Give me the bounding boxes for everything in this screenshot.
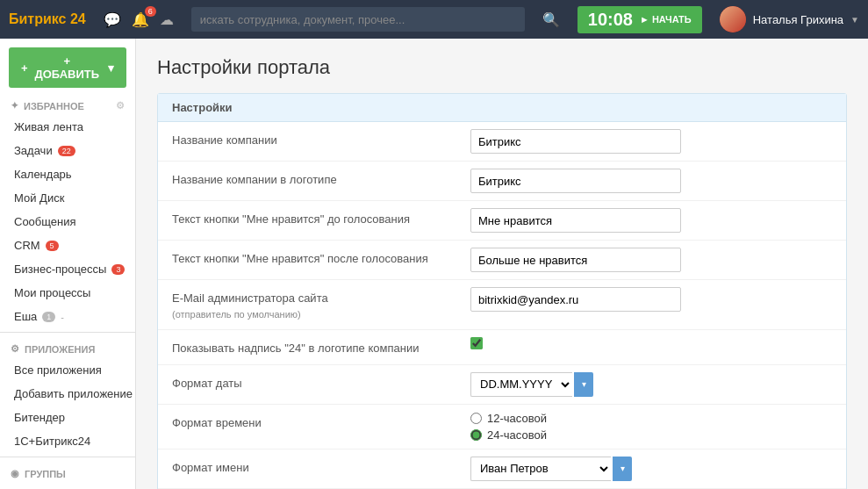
bitender-label: Битендер <box>14 411 65 424</box>
apps-section[interactable]: ⚙ ПРИЛОЖЕНИЯ <box>0 336 135 358</box>
notification-icon[interactable]: 🔔 6 <box>132 11 149 28</box>
clock-display: 10:08 ► НАЧАТЬ <box>577 6 702 33</box>
favorites-section[interactable]: ✦ ИЗБРАННОЕ ⚙ <box>0 93 135 115</box>
checkbox-show-24[interactable] <box>470 337 483 349</box>
sidebar-item-disk[interactable]: Мой Диск <box>0 186 135 210</box>
sidebar: + + ДОБАВИТЬ ▾ ✦ ИЗБРАННОЕ ⚙ Живая лента… <box>0 39 136 489</box>
user-dropdown-icon: ▼ <box>850 15 859 25</box>
sidebar-item-feed[interactable]: Живая лента <box>0 115 135 139</box>
date-format-arrow[interactable]: ▾ <box>574 372 593 397</box>
row-date-format: Формат даты DD.MM.YYYY ▾ <box>158 365 846 405</box>
divider-apps <box>0 332 135 333</box>
name-format-select[interactable]: Иван Петров <box>470 457 611 481</box>
chevron-down-icon: ▾ <box>108 61 114 75</box>
sidebar-item-calendar[interactable]: Календарь <box>0 162 135 186</box>
input-company-name[interactable] <box>470 129 681 154</box>
value-name-format: Иван Петров ▾ <box>470 457 832 481</box>
sidebar-item-esha[interactable]: Еша 1 - <box>0 305 135 328</box>
disk-label: Мой Диск <box>14 191 64 205</box>
plus-icon: + <box>21 61 28 75</box>
name-format-select-wrap: Иван Петров ▾ <box>470 457 632 481</box>
crm-badge: 5 <box>46 241 59 251</box>
input-admin-email[interactable] <box>470 287 681 312</box>
date-format-select[interactable]: DD.MM.YYYY <box>470 372 572 397</box>
chat-icon[interactable]: 💬 <box>104 11 121 28</box>
bizproc-label: Бизнес-процессы <box>14 262 106 276</box>
add-app-label: Добавить приложение <box>14 387 133 400</box>
label-time-format: Формат времени <box>172 412 470 431</box>
add-button-label: + ДОБАВИТЬ <box>32 54 103 81</box>
topbar-icons: 💬 🔔 6 ☁ <box>104 11 174 28</box>
settings-icon: ⚙ <box>116 100 125 111</box>
notification-badge: 6 <box>145 6 156 17</box>
input-like-before[interactable] <box>470 208 681 233</box>
feed-label: Живая лента <box>14 120 83 133</box>
radio-24h-input[interactable] <box>470 429 482 441</box>
divider-groups <box>0 457 135 457</box>
value-time-format: 12-часовой 24-часовой <box>470 412 832 442</box>
row-company-name: Название компании <box>158 122 846 162</box>
label-show-24: Показывать надпись "24" в логотипе компа… <box>172 337 470 356</box>
groups-section[interactable]: ◉ ГРУППЫ <box>0 461 135 483</box>
sidebar-item-messages[interactable]: Сообщения <box>0 210 135 234</box>
search-input[interactable] <box>191 7 525 32</box>
esha-badge: 1 <box>42 312 55 322</box>
start-button[interactable]: ► НАЧАТЬ <box>640 14 692 25</box>
user-name: Наталья Грихина <box>753 13 843 26</box>
esha-dash: - <box>61 312 64 322</box>
label-admin-email: E-Mail администратора сайта(отправитель … <box>172 287 470 322</box>
settings-body: Название компании Название компании в ло… <box>158 122 846 489</box>
user-menu[interactable]: Наталья Грихина ▼ <box>720 6 859 32</box>
logo-text: Битрикс <box>9 11 66 26</box>
page-title: Настройки портала <box>157 56 847 79</box>
value-date-format: DD.MM.YYYY ▾ <box>470 372 832 397</box>
sidebar-item-all-apps[interactable]: Все приложения <box>0 358 135 382</box>
apps-icon: ⚙ <box>11 343 19 355</box>
apps-label: ПРИЛОЖЕНИЯ <box>25 344 95 355</box>
input-like-after[interactable] <box>470 248 681 272</box>
radio-24h[interactable]: 24-часовой <box>470 428 547 442</box>
all-apps-label: Все приложения <box>14 363 102 377</box>
messages-label: Сообщения <box>14 215 76 228</box>
label-like-after: Текст кнопки "Мне нравится" после голосо… <box>172 248 470 267</box>
esha-label: Еша <box>14 310 37 323</box>
sidebar-item-bitender[interactable]: Битендер <box>0 406 135 429</box>
groups-icon: ◉ <box>11 468 19 479</box>
sidebar-item-add-app[interactable]: Добавить приложение <box>0 382 135 406</box>
star-icon: ✦ <box>11 100 18 111</box>
add-button[interactable]: + + ДОБАВИТЬ ▾ <box>9 47 126 88</box>
name-format-arrow[interactable]: ▾ <box>613 457 632 481</box>
settings-card: Настройки Название компании Название ком… <box>157 93 847 489</box>
row-show-24: Показывать надпись "24" в логотипе компа… <box>158 330 846 364</box>
sidebar-item-1c[interactable]: 1С+Битрикс24 <box>0 429 135 453</box>
logo: Битрикс 24 <box>9 11 86 27</box>
row-like-after: Текст кнопки "Мне нравится" после голосо… <box>158 241 846 280</box>
sidebar-item-tasks[interactable]: Задачи 22 <box>0 139 135 162</box>
row-admin-email: E-Mail администратора сайта(отправитель … <box>158 280 846 330</box>
radio-12h-input[interactable] <box>470 413 482 424</box>
input-logo-name[interactable] <box>470 169 681 193</box>
tasks-label: Задачи <box>14 144 53 157</box>
label-like-before: Текст кнопки "Мне нравится" до голосован… <box>172 208 470 227</box>
time-format-radio-group: 12-часовой 24-часовой <box>470 412 547 442</box>
sidebar-item-myproc[interactable]: Мои процессы <box>0 281 135 305</box>
label-name-format: Формат имени <box>172 457 470 476</box>
topbar: Битрикс 24 💬 🔔 6 ☁ 🔍 10:08 ► НАЧАТЬ Ната… <box>0 0 868 39</box>
favorites-label: ИЗБРАННОЕ <box>24 101 84 111</box>
main-layout: + + ДОБАВИТЬ ▾ ✦ ИЗБРАННОЕ ⚙ Живая лента… <box>0 39 868 489</box>
radio-12h[interactable]: 12-часовой <box>470 412 547 425</box>
myproc-label: Мои процессы <box>14 286 90 299</box>
sidebar-item-bizproc[interactable]: Бизнес-процессы 3 <box>0 257 135 281</box>
value-admin-email <box>470 287 832 312</box>
row-time-format: Формат времени 12-часовой 24-часовой <box>158 405 846 449</box>
value-like-after <box>470 248 832 272</box>
logo-accent: 24 <box>70 11 86 26</box>
sidebar-item-crm[interactable]: CRM 5 <box>0 234 135 257</box>
cloud-icon[interactable]: ☁ <box>160 11 174 28</box>
avatar <box>720 6 746 32</box>
search-icon: 🔍 <box>542 11 560 28</box>
label-logo-name: Название компании в логотипе <box>172 169 470 188</box>
time-value: 10:08 <box>588 10 633 30</box>
value-company-name <box>470 129 832 154</box>
calendar-label: Календарь <box>14 168 72 181</box>
